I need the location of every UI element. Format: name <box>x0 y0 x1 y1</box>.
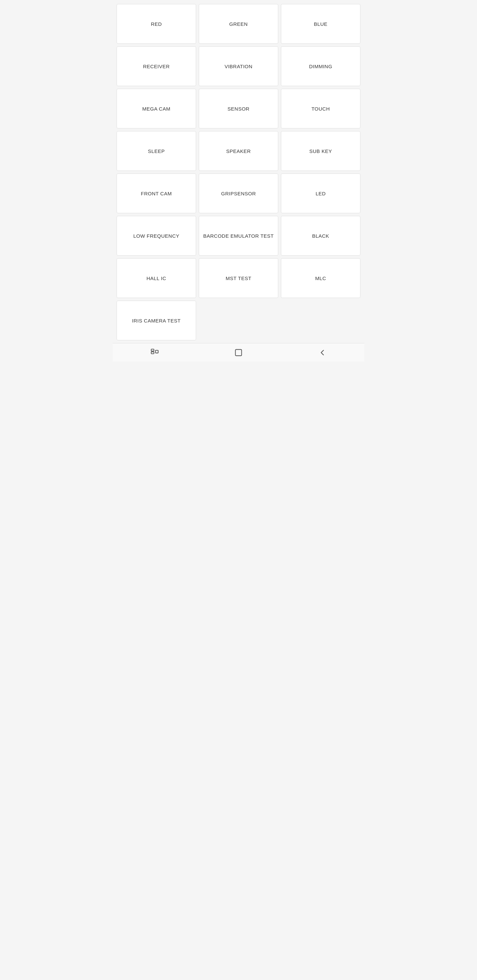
grid-item-label-led: LED <box>316 190 326 197</box>
svg-rect-1 <box>151 352 154 353</box>
grid-item-blue[interactable]: BLUE <box>281 4 361 44</box>
grid-item-label-black: BLACK <box>312 232 329 239</box>
grid-item-label-gripsensor: GRIPSENSOR <box>221 190 256 197</box>
grid-item-touch[interactable]: TOUCH <box>281 89 361 129</box>
grid-item-label-vibration: VIBRATION <box>225 63 252 70</box>
grid-item-label-mlc: MLC <box>315 275 326 282</box>
svg-rect-0 <box>151 349 154 351</box>
grid-item-label-mst-test: MST TEST <box>226 275 251 282</box>
grid-item-label-mega-cam: MEGA CAM <box>142 105 171 112</box>
grid-item-front-cam[interactable]: FRONT CAM <box>116 173 196 213</box>
grid-item-label-speaker: SPEAKER <box>226 148 251 154</box>
nav-bar <box>113 343 364 361</box>
grid-item-barcode-emulator-test[interactable]: BARCODE EMULATOR TEST <box>199 216 278 256</box>
grid-item-black[interactable]: BLACK <box>281 216 361 256</box>
grid-item-sensor[interactable]: SENSOR <box>199 89 278 129</box>
grid-item-label-dimming: DIMMING <box>309 63 332 70</box>
grid-item-label-iris-camera-test: IRIS CAMERA TEST <box>132 317 181 324</box>
grid-item-iris-camera-test[interactable]: IRIS CAMERA TEST <box>116 301 196 340</box>
grid-item-label-green: GREEN <box>229 21 248 27</box>
grid-item-label-front-cam: FRONT CAM <box>141 190 172 197</box>
grid-item-label-blue: BLUE <box>314 21 327 27</box>
grid-item-sleep[interactable]: SLEEP <box>116 131 196 171</box>
grid-item-led[interactable]: LED <box>281 173 361 213</box>
grid-item-label-hall-ic: HALL IC <box>147 275 166 282</box>
grid-item-label-red: RED <box>151 21 162 27</box>
home-button[interactable] <box>230 344 247 361</box>
grid-item-label-low-frequency: LOW FREQUENCY <box>133 232 179 239</box>
grid-item-label-sub-key: SUB KEY <box>309 148 332 154</box>
grid-item-gripsensor[interactable]: GRIPSENSOR <box>199 173 278 213</box>
grid-item-mst-test[interactable]: MST TEST <box>199 258 278 298</box>
grid-item-vibration[interactable]: VIBRATION <box>199 46 278 86</box>
svg-rect-2 <box>155 350 158 353</box>
grid-item-receiver[interactable]: RECEIVER <box>116 46 196 86</box>
grid-container: REDGREENBLUERECEIVERVIBRATIONDIMMINGMEGA… <box>113 0 364 340</box>
grid-item-speaker[interactable]: SPEAKER <box>199 131 278 171</box>
grid-item-label-barcode-emulator-test: BARCODE EMULATOR TEST <box>203 232 274 239</box>
home-icon <box>234 348 243 357</box>
grid-item-dimming[interactable]: DIMMING <box>281 46 361 86</box>
grid-item-mega-cam[interactable]: MEGA CAM <box>116 89 196 129</box>
back-button[interactable] <box>314 344 330 361</box>
grid-item-hall-ic[interactable]: HALL IC <box>116 258 196 298</box>
recent-apps-icon <box>150 348 160 357</box>
grid-item-sub-key[interactable]: SUB KEY <box>281 131 361 171</box>
recent-apps-button[interactable] <box>147 344 163 361</box>
grid-item-label-receiver: RECEIVER <box>143 63 170 70</box>
grid-item-label-sensor: SENSOR <box>228 105 249 112</box>
grid-item-green[interactable]: GREEN <box>199 4 278 44</box>
grid-item-low-frequency[interactable]: LOW FREQUENCY <box>116 216 196 256</box>
back-icon <box>317 348 327 357</box>
grid-item-red[interactable]: RED <box>116 4 196 44</box>
grid-item-label-touch: TOUCH <box>311 105 330 112</box>
svg-rect-3 <box>236 349 242 356</box>
grid-item-mlc[interactable]: MLC <box>281 258 361 298</box>
grid-item-label-sleep: SLEEP <box>148 148 165 154</box>
